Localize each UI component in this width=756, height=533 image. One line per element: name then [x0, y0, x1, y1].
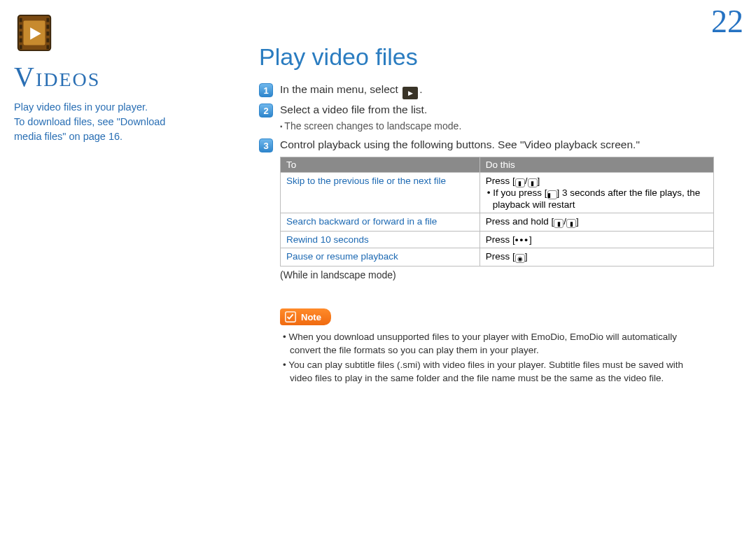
svg-rect-18	[20, 45, 22, 49]
table-action: Skip to the previous file or the next fi…	[281, 173, 480, 213]
video-menu-icon	[402, 87, 418, 99]
table-do: Press [•••]	[479, 232, 713, 248]
decorative-circles	[0, 355, 147, 533]
step-2-text: Select a video file from the list.	[280, 104, 427, 116]
table-row: Pause or resume playback Press [◉]	[281, 248, 714, 266]
sidebar-description: Play video files in your player. To down…	[14, 100, 168, 144]
step-3-text: Control playback using the following but…	[280, 138, 640, 151]
svg-point-1	[31, 415, 108, 492]
svg-point-0	[21, 404, 119, 502]
table-action: Pause or resume playback	[281, 248, 480, 266]
note-check-icon	[284, 311, 297, 323]
table-action: Search backward or forward in a file	[281, 213, 480, 232]
svg-rect-20	[46, 24, 49, 29]
table-do: Press [▮/▮] • If you press [▮] 3 seconds…	[479, 173, 713, 213]
table-header-to: To	[281, 157, 480, 173]
svg-rect-16	[20, 31, 22, 36]
svg-point-8	[91, 481, 140, 530]
play-pause-button-icon: ◉	[515, 254, 525, 263]
svg-point-9	[100, 490, 131, 521]
note-badge: Note	[280, 308, 331, 325]
svg-rect-22	[46, 38, 49, 43]
table-action: Rewind 10 seconds	[281, 232, 480, 248]
svg-point-5	[14, 376, 56, 418]
table-row: Skip to the previous file or the next fi…	[281, 173, 714, 213]
page-title: Play video files	[259, 43, 721, 71]
forward-button-icon: ▮	[566, 219, 576, 228]
note-list: When you download unsupported files to y…	[280, 331, 700, 385]
step-badge-3: 3	[259, 138, 273, 152]
step-2-sub: The screen changes to landscape mode.	[280, 120, 721, 132]
dots-button-icon: •••	[515, 234, 529, 245]
note-item: When you download unsupported files to y…	[280, 331, 700, 357]
svg-point-7	[31, 393, 39, 401]
svg-point-4	[4, 366, 66, 429]
step-badge-1: 1	[259, 83, 273, 97]
svg-rect-19	[46, 18, 49, 22]
note-item: You can play subtitle files (.smi) with …	[280, 359, 700, 385]
table-header-do: Do this	[479, 157, 713, 173]
svg-point-2	[52, 435, 88, 471]
svg-rect-17	[20, 38, 22, 43]
svg-point-11	[113, 503, 118, 509]
next-button-icon: ▮	[528, 178, 538, 187]
svg-rect-23	[46, 45, 49, 49]
svg-rect-14	[20, 18, 22, 22]
table-do: Press and hold [▮/▮]	[479, 213, 713, 232]
prev-button-icon: ▮	[515, 178, 525, 187]
table-caption: (While in landscape mode)	[280, 269, 721, 280]
step-1-text: In the main menu, select .	[280, 83, 423, 99]
step-badge-2: 2	[259, 104, 273, 118]
svg-point-3	[62, 445, 78, 462]
rewind-button-icon: ▮	[554, 219, 564, 228]
sidebar-title: Videos	[14, 60, 168, 93]
svg-rect-15	[20, 24, 22, 29]
table-do: Press [◉]	[479, 248, 713, 266]
svg-point-6	[25, 388, 45, 407]
svg-rect-21	[46, 31, 49, 36]
prev-button-icon: ▮	[547, 190, 557, 199]
svg-point-10	[108, 499, 122, 513]
videos-section-icon	[14, 13, 55, 53]
table-row: Search backward or forward in a file Pre…	[281, 213, 714, 232]
table-row: Rewind 10 seconds Press [•••]	[281, 232, 714, 248]
controls-table: To Do this Skip to the previous file or …	[280, 157, 714, 266]
page-number: 22	[711, 3, 743, 40]
